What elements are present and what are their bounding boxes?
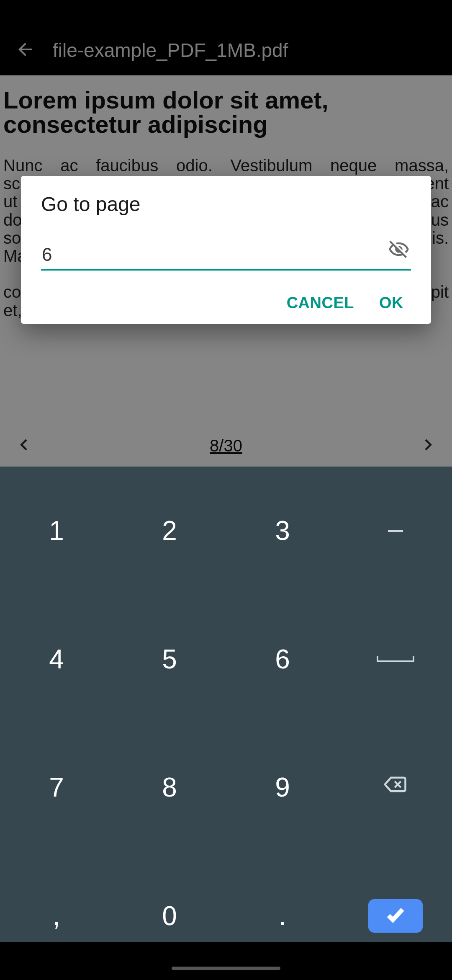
page-number-field xyxy=(41,241,411,271)
key-8[interactable]: 8 xyxy=(113,723,226,852)
key-label: 6 xyxy=(275,644,290,675)
key-label: 5 xyxy=(162,644,177,675)
key-9[interactable]: 9 xyxy=(226,723,339,852)
key-label: 9 xyxy=(275,772,290,803)
visibility-toggle[interactable] xyxy=(387,238,411,263)
numeric-keypad: 1 2 3 4 5 6 7 8 9 , 0 . xyxy=(0,467,452,980)
key-label: 2 xyxy=(162,515,177,546)
key-label: . xyxy=(279,900,286,931)
key-label: , xyxy=(53,900,60,931)
key-label: 0 xyxy=(162,900,177,931)
dialog-title: Go to page xyxy=(41,193,411,216)
visibility-off-icon xyxy=(388,239,410,262)
key-1[interactable]: 1 xyxy=(0,467,113,595)
ok-button[interactable]: OK xyxy=(379,294,403,312)
key-label: 3 xyxy=(275,515,290,546)
key-label: 1 xyxy=(49,515,64,546)
page-number-input[interactable] xyxy=(41,241,411,271)
dialog-actions: CANCEL OK xyxy=(41,294,411,312)
status-bar xyxy=(0,0,452,25)
key-6[interactable]: 6 xyxy=(226,595,339,724)
key-4[interactable]: 4 xyxy=(0,595,113,724)
key-label: 8 xyxy=(162,772,177,803)
key-space[interactable] xyxy=(339,595,452,724)
system-nav-bar xyxy=(0,942,452,980)
key-3[interactable]: 3 xyxy=(226,467,339,595)
key-backspace[interactable] xyxy=(339,723,452,852)
key-2[interactable]: 2 xyxy=(113,467,226,595)
space-icon xyxy=(377,656,414,662)
key-7[interactable]: 7 xyxy=(0,723,113,852)
key-5[interactable]: 5 xyxy=(113,595,226,724)
key-label: 4 xyxy=(49,644,64,675)
go-to-page-dialog: Go to page CANCEL OK xyxy=(21,176,431,324)
dash-icon xyxy=(388,530,403,532)
key-dash[interactable] xyxy=(339,467,452,595)
nav-handle[interactable] xyxy=(172,967,280,970)
key-label: 7 xyxy=(49,772,64,803)
enter-button xyxy=(368,899,423,933)
cancel-button[interactable]: CANCEL xyxy=(287,294,354,312)
check-icon xyxy=(385,900,406,931)
backspace-icon xyxy=(383,772,408,803)
